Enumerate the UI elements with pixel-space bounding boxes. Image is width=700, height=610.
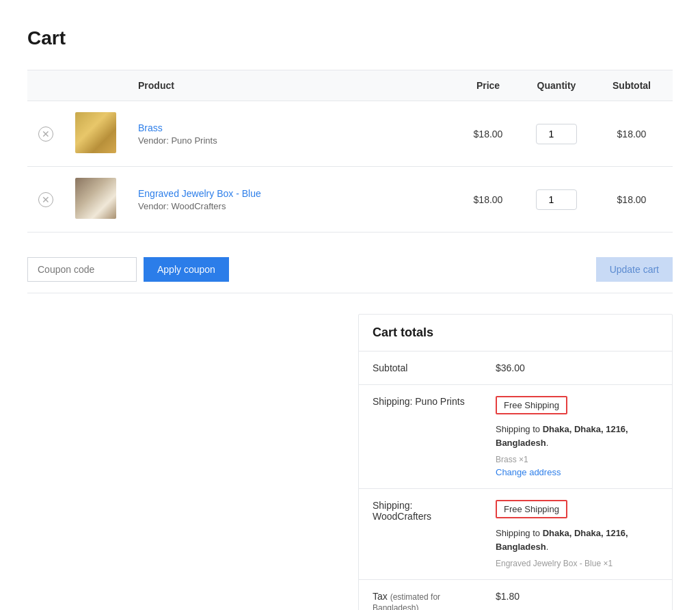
subtotal-label: Subtotal — [359, 352, 482, 385]
product-link-brass[interactable]: Brass — [138, 122, 163, 133]
shipping-puno-details: Free Shipping Shipping to Dhaka, Dhaka, … — [482, 385, 672, 489]
table-row: ✕ Brass Vendor: Puno Prints $18.00 $18.0… — [27, 101, 673, 167]
quantity-input-jewelry[interactable] — [536, 189, 577, 210]
page-title: Cart — [27, 27, 673, 49]
product-image-jewelry — [75, 178, 116, 219]
price-jewelry: $18.00 — [454, 167, 522, 233]
cart-table: Product Price Quantity Subtotal ✕ Brass … — [27, 70, 673, 233]
cart-totals: Cart totals Subtotal $36.00 Shipping: Pu… — [358, 314, 673, 610]
apply-coupon-button[interactable]: Apply coupon — [144, 257, 229, 282]
shipping-to-puno: Shipping to Dhaka, Dhaka, 1216, Banglade… — [496, 423, 658, 449]
remove-item-jewelry-button[interactable]: ✕ — [38, 192, 53, 207]
vendor-jewelry: Vendor: WoodCrafters — [138, 201, 443, 211]
free-shipping-badge-woodcrafters: Free Shipping — [496, 500, 567, 518]
totals-subtotal-row: Subtotal $36.00 — [359, 352, 672, 385]
cart-totals-title: Cart totals — [359, 315, 672, 352]
col-header-subtotal: Subtotal — [591, 70, 673, 101]
change-address-puno-link[interactable]: Change address — [496, 467, 658, 477]
totals-tax-row: Tax (estimated for Bangladesh) $1.80 — [359, 580, 672, 611]
vendor-brass: Vendor: Puno Prints — [138, 135, 443, 146]
free-shipping-badge-puno: Free Shipping — [496, 396, 567, 414]
subtotal-jewelry: $18.00 — [591, 167, 673, 233]
coupon-left: Apply coupon — [27, 257, 229, 282]
col-header-product: Product — [127, 70, 454, 101]
tax-value: $1.80 — [482, 580, 672, 611]
tax-label-cell: Tax (estimated for Bangladesh) — [359, 580, 482, 611]
update-cart-button[interactable]: Update cart — [596, 257, 673, 282]
col-header-price: Price — [454, 70, 522, 101]
price-brass: $18.00 — [454, 101, 522, 167]
puno-product-note: Brass ×1 — [496, 455, 658, 464]
subtotal-brass: $18.00 — [591, 101, 673, 167]
col-header-remove — [27, 70, 64, 101]
subtotal-value: $36.00 — [482, 352, 672, 385]
remove-item-brass-button[interactable]: ✕ — [38, 127, 53, 142]
shipping-to-woodcrafters: Shipping to Dhaka, Dhaka, 1216, Banglade… — [496, 527, 658, 553]
shipping-puno-label: Shipping: Puno Prints — [359, 385, 482, 489]
product-link-jewelry[interactable]: Engraved Jewelry Box - Blue — [138, 188, 261, 199]
woodcrafters-product-note: Engraved Jewelry Box - Blue ×1 — [496, 559, 658, 568]
coupon-row: Apply coupon Update cart — [27, 246, 673, 293]
cart-totals-wrapper: Cart totals Subtotal $36.00 Shipping: Pu… — [27, 314, 673, 610]
product-image-brass — [75, 112, 116, 153]
table-row: ✕ Engraved Jewelry Box - Blue Vendor: Wo… — [27, 167, 673, 233]
quantity-input-brass[interactable] — [536, 124, 577, 144]
totals-shipping-woodcrafters-row: Shipping: WoodCrafters Free Shipping Shi… — [359, 489, 672, 580]
col-header-quantity: Quantity — [522, 70, 591, 101]
shipping-woodcrafters-details: Free Shipping Shipping to Dhaka, Dhaka, … — [482, 489, 672, 580]
coupon-code-input[interactable] — [27, 257, 137, 282]
totals-table: Subtotal $36.00 Shipping: Puno Prints Fr… — [359, 352, 672, 610]
totals-shipping-puno-row: Shipping: Puno Prints Free Shipping Ship… — [359, 385, 672, 489]
shipping-woodcrafters-label: Shipping: WoodCrafters — [359, 489, 482, 580]
col-header-image — [64, 70, 127, 101]
